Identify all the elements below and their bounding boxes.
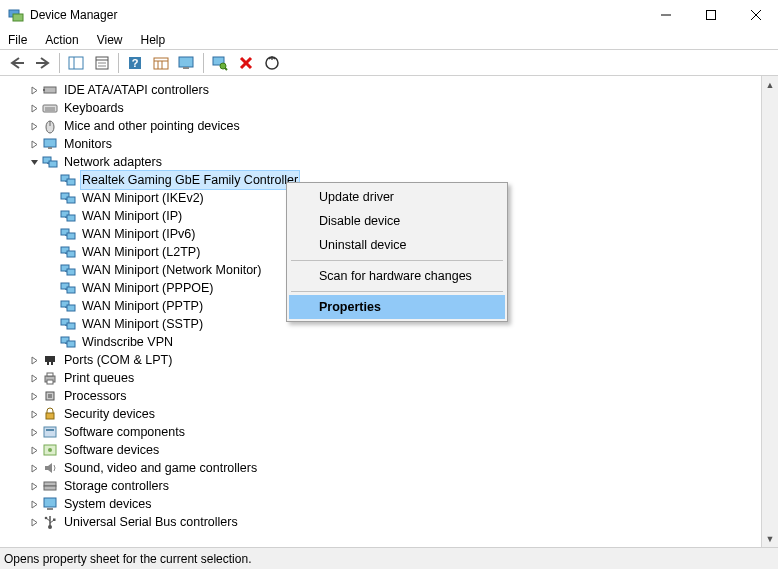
tree-item-label: WAN Miniport (L2TP)	[80, 243, 202, 261]
tree-item[interactable]: System devices	[0, 495, 778, 513]
tree-item-label: WAN Miniport (Network Monitor)	[80, 261, 263, 279]
keyboard-icon	[42, 100, 58, 116]
tree-item[interactable]: Ports (COM & LPT)	[0, 351, 778, 369]
scroll-down-arrow[interactable]: ▼	[762, 530, 778, 547]
menu-action[interactable]: Action	[43, 32, 80, 48]
expand-icon[interactable]	[26, 478, 42, 494]
menu-file[interactable]: File	[6, 32, 29, 48]
svg-rect-47	[67, 215, 75, 221]
expand-icon[interactable]	[26, 82, 42, 98]
toolbar-help[interactable]: ?	[123, 52, 147, 74]
context-menu-item[interactable]: Update driver	[289, 185, 505, 209]
no-expander	[44, 316, 60, 332]
collapse-icon[interactable]	[26, 154, 42, 170]
monitor-icon	[42, 136, 58, 152]
scroll-up-arrow[interactable]: ▲	[762, 76, 778, 93]
svg-text:?: ?	[132, 57, 139, 69]
tree-item-label: Keyboards	[62, 99, 126, 117]
no-expander	[44, 208, 60, 224]
svg-rect-79	[44, 427, 56, 437]
svg-rect-78	[46, 413, 54, 419]
context-menu-separator	[291, 291, 503, 292]
context-menu-item[interactable]: Disable device	[289, 209, 505, 233]
tree-item-label: Universal Serial Bus controllers	[62, 513, 240, 531]
net-icon	[60, 172, 76, 188]
expand-icon[interactable]	[26, 406, 42, 422]
net-icon	[60, 226, 76, 242]
svg-rect-74	[47, 373, 53, 376]
system-icon	[42, 496, 58, 512]
toolbar-back[interactable]	[5, 52, 29, 74]
toolbar-console-tree[interactable]	[64, 52, 88, 74]
context-menu[interactable]: Update driverDisable deviceUninstall dev…	[286, 182, 508, 322]
menu-view[interactable]: View	[95, 32, 125, 48]
window-title: Device Manager	[30, 8, 117, 22]
expand-icon[interactable]	[26, 100, 42, 116]
toolbar-show-hidden[interactable]	[175, 52, 199, 74]
tree-item[interactable]: Sound, video and game controllers	[0, 459, 778, 477]
context-menu-item[interactable]: Scan for hardware changes	[289, 264, 505, 288]
svg-rect-21	[183, 67, 189, 69]
tree-item-label: WAN Miniport (IP)	[80, 207, 184, 225]
context-menu-item[interactable]: Uninstall device	[289, 233, 505, 257]
tree-item[interactable]: Processors	[0, 387, 778, 405]
toolbar-uninstall[interactable]	[234, 52, 258, 74]
menu-help[interactable]: Help	[139, 32, 168, 48]
net-icon	[60, 298, 76, 314]
expand-icon[interactable]	[26, 460, 42, 476]
toolbar-scan-hardware[interactable]	[208, 52, 232, 74]
tree-item[interactable]: Network adapters	[0, 153, 778, 171]
tree-item-label: WAN Miniport (PPTP)	[80, 297, 205, 315]
tree-item[interactable]: Windscribe VPN	[0, 333, 778, 351]
expand-icon[interactable]	[26, 496, 42, 512]
tree-item[interactable]: Mice and other pointing devices	[0, 117, 778, 135]
tree-item-label: Security devices	[62, 405, 157, 423]
svg-rect-70	[45, 356, 55, 362]
expand-icon[interactable]	[26, 370, 42, 386]
expand-icon[interactable]	[26, 514, 42, 530]
tree-item[interactable]: Software devices	[0, 441, 778, 459]
svg-rect-3	[706, 11, 715, 20]
expand-icon[interactable]	[26, 388, 42, 404]
expand-icon[interactable]	[26, 136, 42, 152]
tree-item[interactable]: Universal Serial Bus controllers	[0, 513, 778, 531]
close-button[interactable]	[733, 0, 778, 30]
toolbar-forward[interactable]	[31, 52, 55, 74]
svg-rect-29	[43, 89, 45, 91]
tree-item[interactable]: IDE ATA/ATAPI controllers	[0, 81, 778, 99]
svg-rect-1	[13, 14, 23, 21]
toolbar-properties[interactable]	[90, 52, 114, 74]
expand-icon[interactable]	[26, 352, 42, 368]
vertical-scrollbar[interactable]: ▲ ▼	[761, 76, 778, 547]
tree-item[interactable]: Storage controllers	[0, 477, 778, 495]
title-bar: Device Manager	[0, 0, 778, 30]
tree-item-label: IDE ATA/ATAPI controllers	[62, 81, 211, 99]
tree-item[interactable]: Keyboards	[0, 99, 778, 117]
expand-icon[interactable]	[26, 424, 42, 440]
expand-icon[interactable]	[26, 442, 42, 458]
tree-item[interactable]: Software components	[0, 423, 778, 441]
toolbar: ?	[0, 50, 778, 76]
tree-item-label: WAN Miniport (IPv6)	[80, 225, 197, 243]
tree-item[interactable]: Monitors	[0, 135, 778, 153]
toolbar-refresh-period[interactable]	[149, 52, 173, 74]
svg-rect-59	[67, 287, 75, 293]
no-expander	[44, 172, 60, 188]
svg-rect-56	[67, 269, 75, 275]
maximize-button[interactable]	[688, 0, 733, 30]
svg-point-91	[45, 517, 48, 520]
svg-rect-20	[179, 57, 193, 67]
toolbar-update-driver[interactable]	[260, 52, 284, 74]
tree-item[interactable]: Print queues	[0, 369, 778, 387]
net-icon	[60, 208, 76, 224]
expand-icon[interactable]	[26, 118, 42, 134]
tree-item-label: Network adapters	[62, 153, 164, 171]
storage-icon	[42, 478, 58, 494]
tree-item-label: Print queues	[62, 369, 136, 387]
minimize-button[interactable]	[643, 0, 688, 30]
tree-item[interactable]: Security devices	[0, 405, 778, 423]
sound-icon	[42, 460, 58, 476]
no-expander	[44, 226, 60, 242]
cpu-icon	[42, 388, 58, 404]
context-menu-item[interactable]: Properties	[289, 295, 505, 319]
